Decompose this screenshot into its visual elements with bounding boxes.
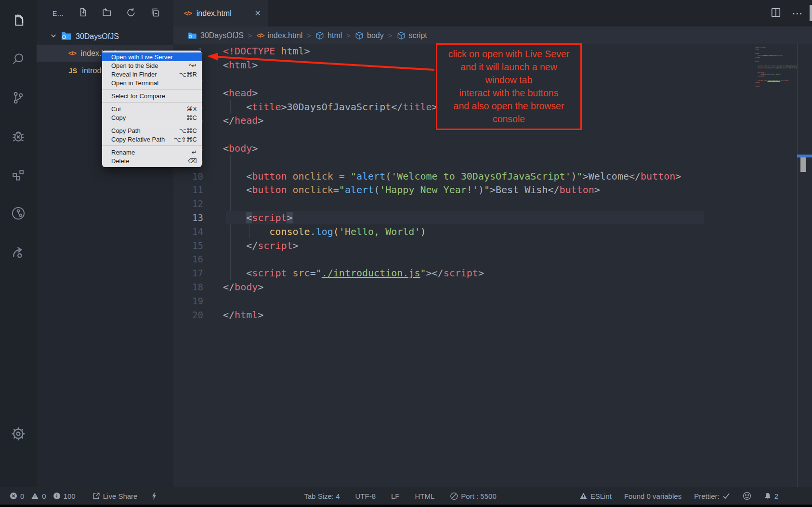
live-share-status[interactable]: Live Share xyxy=(92,492,138,500)
breadcrumb-item-body[interactable]: body xyxy=(355,31,384,40)
annotation-line: and it will launch a new xyxy=(439,61,578,74)
menu-item-copy-relative-path[interactable]: Copy Relative Path⌥⇧⌘C xyxy=(102,135,202,143)
extensions-icon[interactable] xyxy=(0,161,37,189)
run-debug-icon[interactable] xyxy=(0,122,37,150)
code-line[interactable]: 11 <button onclick="alert('Happy New Yea… xyxy=(173,183,812,197)
menu-separator xyxy=(102,89,202,90)
menu-item-delete[interactable]: Delete⌫ xyxy=(102,156,202,165)
code-line[interactable]: 17 <script src="./introduction.js"></scr… xyxy=(173,266,812,280)
explorer-icon[interactable] xyxy=(0,7,37,35)
line-number: 19 xyxy=(173,296,203,306)
error-icon xyxy=(10,492,17,500)
annotation-line: window tab xyxy=(439,74,578,87)
code-line[interactable]: 15 </script> xyxy=(173,238,812,252)
symbol-cube-icon xyxy=(355,31,364,40)
code-line[interactable]: 13 <script> xyxy=(173,211,812,225)
tree-root-label: 30DaysOfJS xyxy=(76,32,119,41)
bolt-status[interactable] xyxy=(151,492,157,500)
tab-close-icon[interactable]: ✕ xyxy=(255,9,261,18)
tab-size-status[interactable]: Tab Size: 4 xyxy=(304,492,340,500)
code-line[interactable]: 20</html> xyxy=(173,308,812,322)
minimap[interactable]: 1<!DOCTYPE html>2<html>34<head>5 <title>… xyxy=(755,47,797,100)
menu-item-open-to-the-side[interactable]: Open to the Side^↵ xyxy=(102,61,202,70)
menu-shortcut: ⌘X xyxy=(186,105,197,113)
breadcrumb-item-html[interactable]: html xyxy=(315,31,342,40)
breadcrumb-item-script[interactable]: script xyxy=(397,31,427,40)
code-line[interactable]: 19 xyxy=(173,294,812,308)
tree-root-30daysofjs[interactable]: 30DaysOfJS xyxy=(37,28,173,45)
tab-index-html[interactable]: </> index.html ✕ xyxy=(173,0,268,26)
symbol-cube-icon xyxy=(397,31,406,40)
gitlens-icon[interactable] xyxy=(0,199,37,227)
line-number: 18 xyxy=(173,282,203,292)
code-line[interactable]: 18</body> xyxy=(173,280,812,294)
settings-gear-icon[interactable] xyxy=(0,420,37,448)
symbol-cube-icon xyxy=(315,31,324,40)
breadcrumb-item-folder[interactable]: 30DaysOfJS xyxy=(188,31,244,40)
tab-label: index.html xyxy=(196,9,232,18)
circle-slash-icon xyxy=(450,492,458,500)
eslint-status[interactable]: ESLint xyxy=(579,492,612,500)
lightning-bolt-icon xyxy=(151,492,157,500)
menu-separator xyxy=(102,124,202,124)
tab-bar: </> index.html ✕ ⋯ xyxy=(173,0,812,26)
eol-status[interactable]: LF xyxy=(391,492,400,500)
encoding-status[interactable]: UTF-8 xyxy=(355,492,376,500)
variables-status[interactable]: Found 0 variables xyxy=(624,492,681,500)
eslint-warning-icon xyxy=(579,492,588,500)
breadcrumb: 30DaysOfJS > </> index.html > html > bod… xyxy=(173,26,812,44)
breadcrumb-item-file[interactable]: </> index.html xyxy=(257,31,303,40)
status-bar: 0 0 100 Live Share Tab Size: 4 UTF-8 LF … xyxy=(0,487,812,505)
annotation-line: click on open with Live Sever xyxy=(439,48,578,61)
collapse-all-icon[interactable] xyxy=(150,8,160,19)
line-number: 16 xyxy=(173,254,203,264)
more-actions-icon[interactable]: ⋯ xyxy=(792,11,803,16)
language-status[interactable]: HTML xyxy=(415,492,435,500)
menu-item-rename[interactable]: Rename↵ xyxy=(102,148,202,156)
code-line[interactable]: 12 xyxy=(173,197,812,211)
annotation-note: click on open with Live Severand it will… xyxy=(436,43,582,130)
live-share-icon[interactable] xyxy=(0,238,37,266)
code-line[interactable]: 16 xyxy=(173,252,812,266)
explorer-header: E... xyxy=(37,0,173,26)
menu-item-select-for-compare[interactable]: Select for Compare xyxy=(102,91,202,100)
activity-bar xyxy=(0,0,37,487)
breadcrumb-separator: > xyxy=(307,31,311,39)
line-number: 15 xyxy=(173,240,203,251)
breadcrumb-separator: > xyxy=(248,31,252,39)
line-number: 12 xyxy=(173,198,203,209)
split-editor-icon[interactable] xyxy=(771,7,781,20)
line-number: 17 xyxy=(173,268,203,278)
line-number: 10 xyxy=(173,171,203,182)
prettier-status[interactable]: Prettier: xyxy=(694,492,730,500)
new-file-icon[interactable] xyxy=(79,8,88,19)
search-icon[interactable] xyxy=(0,45,37,73)
code-line[interactable]: 20</html> xyxy=(755,86,797,88)
port-status[interactable]: Port : 5500 xyxy=(450,492,496,500)
menu-shortcut: ↵ xyxy=(192,149,197,156)
feedback-status[interactable] xyxy=(743,492,751,500)
notifications-status[interactable]: 2 xyxy=(764,492,778,500)
code-line[interactable]: 8<body> xyxy=(173,142,812,156)
new-folder-icon[interactable] xyxy=(102,8,112,19)
line-number: 14 xyxy=(173,226,203,237)
menu-item-cut[interactable]: Cut⌘X xyxy=(102,104,202,113)
html-file-icon: </> xyxy=(257,32,264,39)
folder-icon xyxy=(188,32,197,39)
code-line[interactable]: 9 xyxy=(173,155,812,169)
code-line[interactable]: 14 console.log('Hello, World') xyxy=(173,224,812,238)
check-icon xyxy=(722,493,730,499)
js-file-icon: JS xyxy=(68,66,77,75)
menu-item-open-in-terminal[interactable]: Open in Terminal xyxy=(102,78,202,87)
scrollbar-thumb[interactable] xyxy=(800,157,806,172)
refresh-icon[interactable] xyxy=(126,8,136,19)
menu-item-copy[interactable]: Copy⌘C xyxy=(102,113,202,122)
menu-item-copy-path[interactable]: Copy Path⌥⌘C xyxy=(102,126,202,135)
problems-status[interactable]: 0 0 100 xyxy=(10,492,76,500)
menu-item-open-with-live-server[interactable]: Open with Live Server xyxy=(102,52,202,61)
code-line[interactable]: 10 <button onclick = "alert('Welcome to … xyxy=(173,169,812,183)
line-number: 13 xyxy=(173,212,203,223)
minimap-separator xyxy=(797,44,798,487)
menu-item-reveal-in-finder[interactable]: Reveal in Finder⌥⌘R xyxy=(102,70,202,78)
source-control-icon[interactable] xyxy=(0,84,37,112)
